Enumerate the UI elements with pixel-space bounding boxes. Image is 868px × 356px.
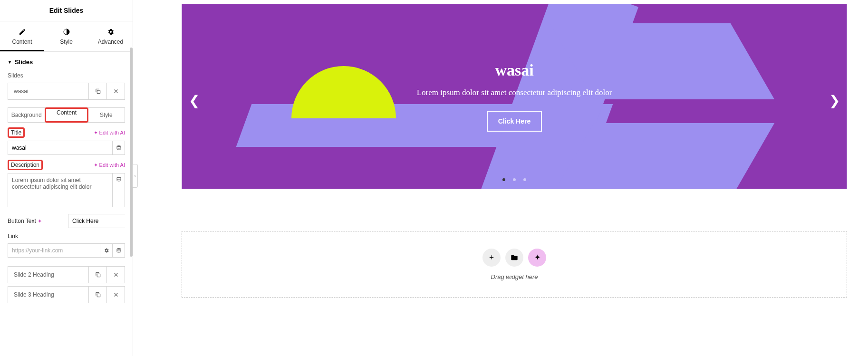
- svg-rect-6: [97, 274, 100, 277]
- svg-rect-7: [97, 294, 100, 297]
- link-input[interactable]: [8, 244, 100, 257]
- folder-icon: [511, 254, 518, 261]
- delete-slide-button[interactable]: [106, 287, 125, 303]
- collapse-sidebar-handle[interactable]: ‹: [133, 164, 138, 188]
- link-label: Link: [8, 233, 125, 240]
- tab-style[interactable]: Style: [44, 21, 88, 51]
- button-text-input[interactable]: [68, 214, 133, 228]
- half-circle-icon: [63, 28, 70, 36]
- close-icon: [113, 291, 119, 298]
- slide-item[interactable]: Slide 3 Heading: [8, 286, 125, 303]
- description-field-row: Description ✦Edit with AI: [8, 160, 125, 170]
- dynamic-tag-link[interactable]: [112, 244, 125, 257]
- scrollbar-thumb[interactable]: [130, 48, 133, 257]
- close-icon: [113, 271, 119, 278]
- delete-slide-button[interactable]: [106, 83, 125, 99]
- slider-next-button[interactable]: ❯: [829, 93, 840, 108]
- sparkle-icon: ✦: [534, 253, 540, 262]
- gear-icon: [107, 28, 115, 36]
- slide-item-name: Slide 3 Heading: [8, 287, 88, 303]
- slider-dot[interactable]: [523, 178, 526, 181]
- title-input-wrap: [8, 141, 125, 155]
- title-label: Title: [8, 127, 25, 138]
- gear-icon: [104, 248, 109, 253]
- description-label: Description: [8, 160, 43, 170]
- slide-content: wasai Lorem ipsum dolor sit amet consect…: [182, 61, 847, 132]
- tab-content[interactable]: Content: [0, 21, 44, 51]
- sparkle-icon[interactable]: ✦: [38, 218, 42, 224]
- svg-point-2: [117, 145, 121, 147]
- slide-item-name: Slide 2 Heading: [8, 267, 88, 283]
- slide-item[interactable]: Slide 2 Heading: [8, 266, 125, 283]
- link-options-button[interactable]: [100, 244, 112, 257]
- description-input[interactable]: Lorem ipsum dolor sit amet consectetur a…: [8, 173, 112, 207]
- svg-point-3: [117, 177, 121, 178]
- sparkle-icon: ✦: [94, 162, 98, 168]
- sidebar-title: Edit Slides: [0, 0, 133, 21]
- slide-inner-tabs: Background Content Style: [8, 107, 125, 123]
- ai-widget-button[interactable]: ✦: [528, 249, 546, 267]
- preview-canvas: wasai Lorem ipsum dolor sit amet consect…: [133, 0, 868, 356]
- dropzone-buttons: ＋ ✦: [482, 249, 546, 267]
- database-icon: [116, 248, 122, 253]
- description-input-wrap: Lorem ipsum dolor sit amet consectetur a…: [8, 173, 125, 207]
- widget-dropzone[interactable]: ＋ ✦ Drag widget here: [182, 231, 847, 298]
- slider-prev-button[interactable]: ❮: [189, 93, 200, 108]
- slide-description: Lorem ipsum dolor sit amet consectetur a…: [182, 88, 847, 97]
- slide-item-name: wasai: [8, 83, 88, 99]
- database-icon: [116, 145, 122, 151]
- edit-with-ai-title[interactable]: ✦Edit with AI: [94, 130, 125, 136]
- slider-dot[interactable]: [502, 178, 505, 181]
- link-input-wrap: [8, 243, 125, 258]
- database-icon: [116, 176, 122, 182]
- dropzone-label: Drag widget here: [491, 273, 538, 280]
- slider-widget[interactable]: wasai Lorem ipsum dolor sit amet consect…: [182, 4, 847, 189]
- slide-item-active[interactable]: wasai: [8, 83, 125, 100]
- plus-icon: ＋: [488, 252, 495, 262]
- duplicate-slide-button[interactable]: [88, 83, 106, 99]
- copy-icon: [95, 271, 101, 278]
- duplicate-slide-button[interactable]: [88, 287, 106, 303]
- panel: Slides Slides wasai Background Content S…: [0, 52, 133, 356]
- title-field-row: Title ✦Edit with AI: [8, 127, 125, 138]
- slider-dots: [182, 174, 847, 183]
- button-text-label: Button Text ✦: [8, 218, 63, 224]
- sparkle-icon: ✦: [94, 130, 98, 136]
- tab-content-label: Content: [12, 38, 32, 45]
- copy-icon: [95, 88, 101, 95]
- editor-sidebar: Edit Slides Content Style Advanced Slide…: [0, 0, 133, 356]
- tab-style-label: Style: [60, 38, 73, 45]
- slider-dot[interactable]: [513, 178, 516, 181]
- main-tabs: Content Style Advanced: [0, 21, 133, 52]
- inner-tab-background[interactable]: Background: [8, 108, 45, 122]
- slides-label: Slides: [8, 72, 125, 79]
- copy-icon: [95, 291, 101, 298]
- section-slides-toggle[interactable]: Slides: [8, 58, 125, 66]
- inner-tab-style[interactable]: Style: [88, 108, 125, 122]
- pencil-icon: [19, 28, 26, 36]
- template-library-button[interactable]: [505, 249, 523, 267]
- button-text-row: Button Text ✦: [8, 214, 125, 228]
- add-widget-button[interactable]: ＋: [482, 249, 501, 267]
- tab-advanced-label: Advanced: [98, 38, 123, 45]
- close-icon: [113, 88, 119, 95]
- delete-slide-button[interactable]: [106, 267, 125, 283]
- title-input[interactable]: [8, 141, 112, 154]
- edit-with-ai-description[interactable]: ✦Edit with AI: [94, 162, 125, 168]
- button-text-input-wrap: [68, 214, 125, 228]
- dynamic-tag-title[interactable]: [112, 141, 125, 154]
- duplicate-slide-button[interactable]: [88, 267, 106, 283]
- svg-point-5: [117, 248, 121, 250]
- inner-tab-content[interactable]: Content: [45, 107, 88, 123]
- slide-title: wasai: [182, 61, 847, 79]
- svg-rect-1: [97, 90, 100, 93]
- slide-cta-button[interactable]: Click Here: [487, 111, 542, 132]
- dynamic-tag-description[interactable]: [112, 173, 125, 207]
- tab-advanced[interactable]: Advanced: [88, 21, 133, 51]
